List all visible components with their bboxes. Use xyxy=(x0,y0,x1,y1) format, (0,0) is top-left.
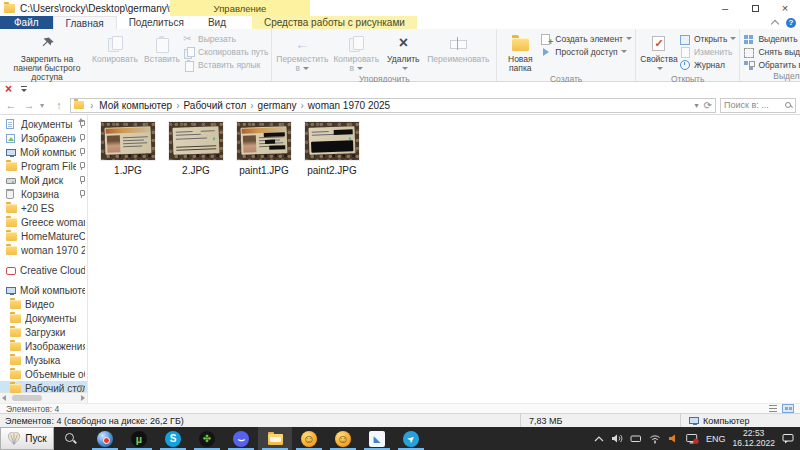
history-button[interactable]: Журнал xyxy=(679,58,736,71)
tab-home[interactable]: Главная xyxy=(53,16,117,29)
taskbar-app-photos[interactable]: ◣ xyxy=(360,427,394,450)
qat-customize-icon[interactable] xyxy=(20,86,28,93)
tab-picture-tools[interactable]: Средства работы с рисунками xyxy=(252,16,417,29)
copy-path-button[interactable]: Скопировать путь xyxy=(183,45,268,58)
clock[interactable]: 22:53 16.12.2022 xyxy=(732,429,775,448)
sidebar-item-3d-objects[interactable]: Объемные объекты xyxy=(0,367,87,381)
sidebar-horizontal-scrollbar[interactable] xyxy=(0,392,87,403)
sound-icon[interactable] xyxy=(668,433,679,444)
taskbar-app-globe[interactable] xyxy=(88,427,122,450)
sidebar-item-greece-woman[interactable]: Greece woman 1971 20 xyxy=(0,215,87,229)
pin-to-quick-access-button[interactable]: Закрепить на панели быстрого доступа xyxy=(5,31,89,83)
file-thumbnail xyxy=(236,121,292,161)
copy-to-button[interactable]: Копировать в xyxy=(329,31,383,74)
new-folder-button[interactable]: Новая папка xyxy=(500,31,540,74)
sidebar-item-documents[interactable]: Документы xyxy=(0,117,87,131)
sidebar-item-plus-20-es[interactable]: +20 ES xyxy=(0,201,87,215)
select-none-button[interactable]: Снять выделение xyxy=(743,45,800,58)
file-paint2-jpg[interactable]: paint2.JPG xyxy=(300,121,364,176)
file-2-jpg[interactable]: 2.JPG xyxy=(164,121,228,176)
action-center-icon[interactable] xyxy=(782,433,794,444)
sidebar-item-creative-cloud-files[interactable]: Creative Cloud Files xyxy=(0,263,87,277)
scroll-right-icon[interactable] xyxy=(81,395,85,401)
open-button[interactable]: Открыть xyxy=(679,32,736,45)
crumb-germany[interactable]: › germany xyxy=(246,100,296,111)
rename-button[interactable]: Переименовать xyxy=(423,31,493,65)
taskbar-app-clover[interactable]: ✤ xyxy=(190,427,224,450)
tab-share[interactable]: Поделиться xyxy=(117,16,196,29)
help-icon[interactable]: ? xyxy=(786,18,796,28)
delete-button[interactable]: × Удалить xyxy=(383,31,423,74)
sidebar-item-homematureclasses[interactable]: HomeMatureClasses.c xyxy=(0,229,87,243)
edit-button[interactable]: Изменить xyxy=(679,45,736,58)
taskbar-app-smiley-1[interactable]: ☺ xyxy=(292,427,326,450)
sidebar-item-pictures-tree[interactable]: Изображения xyxy=(0,339,87,353)
close-button[interactable]: × xyxy=(770,0,800,16)
sidebar-item-pictures[interactable]: Изображения xyxy=(0,131,87,145)
copy-button[interactable]: Копировать xyxy=(89,31,141,65)
sidebar-item-videos[interactable]: Видео xyxy=(0,297,87,311)
paste-shortcut-button[interactable]: Вставить ярлык xyxy=(183,58,268,71)
qat-delete-icon[interactable]: × xyxy=(5,83,12,95)
details-view-icon[interactable] xyxy=(767,404,779,413)
file-1-jpg[interactable]: 1.JPG xyxy=(96,121,160,176)
crumb-this-pc[interactable]: Мой компьютер xyxy=(99,100,172,111)
tab-file[interactable]: Файл xyxy=(0,16,53,29)
taskbar-app-discord[interactable]: ⌣ xyxy=(224,427,258,450)
maximize-button[interactable] xyxy=(740,0,770,16)
cut-button[interactable]: Вырезать xyxy=(183,32,268,45)
taskbar-search-button[interactable] xyxy=(54,427,88,450)
sidebar-item-my-drive[interactable]: Мой диск xyxy=(0,173,87,187)
crumb-woman-1970-2025[interactable]: › woman 1970 2025 xyxy=(297,100,391,111)
hidden-icons-chevron-icon[interactable] xyxy=(594,435,604,443)
file-list-area[interactable]: 1.JPG xyxy=(88,115,800,403)
ribbon-tabrow: Файл Главная Поделиться Вид Средства раб… xyxy=(0,16,800,29)
search-input[interactable]: Поиск в: ... xyxy=(724,100,785,110)
sidebar-item-woman-1970-2025[interactable]: woman 1970 2025 xyxy=(0,243,87,257)
new-item-button[interactable]: Создать элемент xyxy=(540,32,632,45)
tab-view[interactable]: Вид xyxy=(196,16,238,29)
search-box[interactable]: Поиск в: ... xyxy=(720,98,796,113)
device-icon[interactable] xyxy=(630,433,642,444)
sidebar-item-this-pc[interactable]: Мой компьютер xyxy=(0,145,87,159)
language-indicator[interactable]: ENG xyxy=(706,434,726,444)
select-all-button[interactable]: Выделить все xyxy=(743,32,800,45)
minimize-button[interactable]: – xyxy=(710,0,740,16)
address-dropdown-icon[interactable]: ▾ xyxy=(695,101,699,110)
thumbnails-view-icon[interactable] xyxy=(782,404,794,413)
sidebar-item-this-pc-tree[interactable]: Мой компьютер xyxy=(0,283,87,297)
easy-access-button[interactable]: Простой доступ xyxy=(540,45,632,58)
sidebar-item-icon xyxy=(10,314,21,323)
forward-icon[interactable]: → xyxy=(22,99,36,111)
sidebar-item-downloads[interactable]: Загрузки xyxy=(0,325,87,339)
contextual-tab-header[interactable]: Управление xyxy=(170,0,310,16)
network-icon[interactable] xyxy=(649,433,661,444)
scroll-left-icon[interactable] xyxy=(2,395,6,401)
sidebar-item-documents-tree[interactable]: Документы xyxy=(0,311,87,325)
paste-button[interactable]: Вставить xyxy=(141,31,183,65)
taskbar-app-explorer[interactable] xyxy=(258,427,292,450)
crumb-desktop[interactable]: › Рабочий стол xyxy=(172,100,246,111)
sidebar-item-recycle-bin[interactable]: Корзина xyxy=(0,187,87,201)
recent-locations-icon[interactable]: ▾ xyxy=(40,101,48,110)
file-paint1-jpg[interactable]: paint1.JPG xyxy=(232,121,296,176)
sidebar-scroll-down-icon[interactable] xyxy=(78,385,85,390)
taskbar-app-smiley-2[interactable]: ☺ xyxy=(326,427,360,450)
properties-button[interactable]: Свойства xyxy=(639,31,679,74)
collapse-ribbon-icon[interactable] xyxy=(772,20,779,25)
start-button[interactable]: Пуск xyxy=(0,427,54,450)
address-box[interactable]: › Мой компьютер › Рабочий стол › xyxy=(70,98,716,113)
taskbar-app-telegram[interactable]: ➤ xyxy=(394,427,428,450)
volume-icon[interactable] xyxy=(611,433,623,444)
refresh-icon[interactable]: ⟳ xyxy=(704,100,712,111)
scroll-thumb[interactable] xyxy=(12,395,42,401)
up-icon[interactable]: ↑ xyxy=(52,99,66,111)
taskbar-app-utorrent[interactable]: µ xyxy=(122,427,156,450)
taskbar-app-skype[interactable]: S xyxy=(156,427,190,450)
back-icon[interactable]: ← xyxy=(4,99,18,111)
display-notification-icon[interactable] xyxy=(686,433,699,445)
move-to-button[interactable]: ← Переместить в xyxy=(275,31,329,74)
sidebar-item-music[interactable]: Музыка xyxy=(0,353,87,367)
sidebar-item-program-files[interactable]: Program Files xyxy=(0,159,87,173)
invert-selection-button[interactable]: Обратить выделение xyxy=(743,58,800,71)
